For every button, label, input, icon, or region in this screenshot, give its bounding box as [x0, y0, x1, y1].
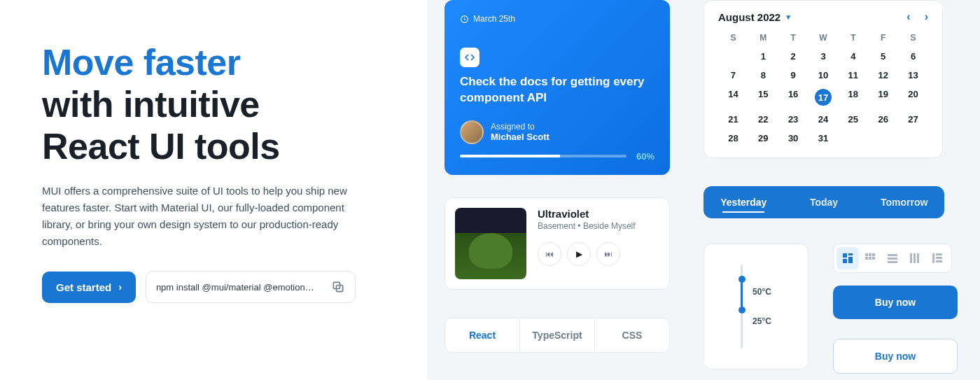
- code-icon: [464, 52, 475, 63]
- get-started-button[interactable]: Get started ›: [42, 272, 136, 303]
- svg-rect-17: [913, 253, 916, 263]
- svg-rect-18: [917, 253, 919, 263]
- calendar-day[interactable]: 18: [838, 86, 868, 108]
- slider-label-high: 50°C: [752, 287, 771, 297]
- language-tab[interactable]: React: [445, 318, 520, 352]
- calendar-day[interactable]: 30: [778, 130, 808, 146]
- view-toggle: [833, 244, 952, 273]
- avatar: [460, 120, 484, 144]
- album-art: [455, 208, 526, 279]
- npm-install-box[interactable]: npm install @mui/material @emotion…: [146, 271, 356, 303]
- view-split-button[interactable]: [926, 247, 948, 269]
- calendar-day[interactable]: 22: [748, 111, 778, 127]
- progress-bar: [460, 155, 626, 157]
- calendar-day[interactable]: 27: [898, 111, 928, 127]
- npm-command: npm install @mui/material @emotion…: [156, 282, 314, 293]
- assignee-row: Assigned to Michael Scott: [460, 120, 654, 144]
- calendar-dow: S: [898, 30, 928, 45]
- calendar-day[interactable]: 28: [718, 130, 748, 146]
- calendar-day[interactable]: 31: [808, 130, 839, 146]
- calendar-day[interactable]: 20: [898, 86, 928, 108]
- calendar-day[interactable]: 14: [718, 86, 748, 108]
- buy-now-filled-button[interactable]: Buy now: [833, 286, 958, 319]
- copy-icon[interactable]: [331, 280, 345, 294]
- calendar-day[interactable]: 5: [868, 48, 898, 64]
- view-dashboard-button[interactable]: [836, 247, 859, 269]
- view-list-button[interactable]: [881, 247, 904, 269]
- split-icon: [932, 253, 943, 264]
- svg-rect-14: [888, 258, 897, 260]
- svg-rect-15: [888, 261, 897, 263]
- calendar-day[interactable]: 16: [778, 86, 808, 108]
- calendar-day[interactable]: 2: [778, 48, 808, 64]
- svg-rect-11: [869, 257, 872, 260]
- slider-label-low: 25°C: [752, 316, 771, 326]
- svg-rect-21: [936, 257, 942, 259]
- day-tab[interactable]: Tomorrow: [864, 186, 944, 218]
- language-tab[interactable]: CSS: [595, 318, 669, 352]
- forward-button[interactable]: ⏭: [596, 242, 620, 266]
- calendar-day[interactable]: 4: [838, 48, 868, 64]
- view-grid-button[interactable]: [859, 247, 881, 269]
- calendar-day[interactable]: 9: [778, 67, 808, 83]
- calendar-dow: M: [748, 30, 778, 45]
- calendar-day: [718, 48, 748, 64]
- calendar-day[interactable]: 25: [838, 111, 868, 127]
- assigned-label: Assigned to: [491, 122, 550, 132]
- day-tab[interactable]: Today: [784, 186, 864, 218]
- calendar-day[interactable]: 26: [868, 111, 898, 127]
- calendar-day[interactable]: 24: [808, 111, 839, 127]
- svg-rect-22: [936, 260, 942, 262]
- assigned-name: Michael Scott: [491, 132, 550, 142]
- calendar-day[interactable]: 15: [748, 86, 778, 108]
- temperature-slider-card: 50°C 25°C: [704, 244, 808, 370]
- day-tabs: YesterdayTodayTomorrow: [704, 186, 944, 218]
- calendar-day[interactable]: 21: [718, 111, 748, 127]
- slider-track[interactable]: [741, 265, 743, 349]
- svg-rect-10: [865, 257, 868, 260]
- dashboard-icon: [842, 253, 853, 264]
- calendar-day[interactable]: 19: [868, 86, 898, 108]
- svg-rect-20: [936, 253, 942, 255]
- calendar-day[interactable]: 3: [808, 48, 839, 64]
- svg-rect-5: [848, 257, 853, 263]
- track-subtitle: Basement • Beside Myself: [538, 221, 659, 231]
- columns-icon: [909, 253, 920, 264]
- calendar-dow: W: [808, 30, 839, 45]
- buy-now-outline-button[interactable]: Buy now: [833, 339, 958, 374]
- svg-rect-6: [843, 259, 847, 263]
- rewind-button[interactable]: ⏮: [538, 242, 561, 266]
- calendar-day[interactable]: 10: [808, 67, 839, 83]
- calendar-next-button[interactable]: ›: [925, 10, 928, 23]
- calendar-day[interactable]: 6: [898, 48, 928, 64]
- track-title: Ultraviolet: [538, 208, 659, 220]
- calendar-day[interactable]: 12: [868, 67, 898, 83]
- svg-rect-12: [872, 257, 875, 260]
- view-columns-button[interactable]: [904, 247, 926, 269]
- svg-rect-13: [888, 254, 897, 256]
- play-button[interactable]: ▶: [567, 242, 591, 266]
- task-date-text: March 25th: [473, 14, 515, 24]
- calendar-day[interactable]: 23: [778, 111, 808, 127]
- day-tab[interactable]: Yesterday: [704, 186, 784, 218]
- hero-title-blue: Move faster: [42, 42, 241, 83]
- calendar-day[interactable]: 11: [838, 67, 868, 83]
- calendar-month-dropdown[interactable]: August 2022 ▼: [718, 11, 792, 23]
- slider-thumb-high[interactable]: [738, 276, 746, 283]
- calendar-prev-button[interactable]: ‹: [906, 10, 910, 23]
- calendar-day[interactable]: 13: [898, 67, 928, 83]
- language-tab[interactable]: TypeScript: [520, 318, 595, 352]
- calendar-day[interactable]: 1: [748, 48, 778, 64]
- calendar-day[interactable]: 29: [748, 130, 778, 146]
- list-icon: [887, 253, 898, 264]
- hero-title-line2: with intuitive: [42, 84, 260, 125]
- task-date: March 25th: [460, 14, 654, 24]
- svg-rect-8: [869, 253, 872, 256]
- task-card: March 25th Check the docs for getting ev…: [444, 0, 670, 175]
- calendar-month-label: August 2022: [718, 11, 780, 23]
- calendar-day[interactable]: 8: [748, 67, 778, 83]
- calendar: August 2022 ▼ ‹ › SMTWTFS123456789101112…: [704, 0, 943, 158]
- calendar-day[interactable]: 17: [808, 86, 839, 108]
- calendar-day[interactable]: 7: [718, 67, 748, 83]
- slider-thumb-low[interactable]: [738, 307, 746, 314]
